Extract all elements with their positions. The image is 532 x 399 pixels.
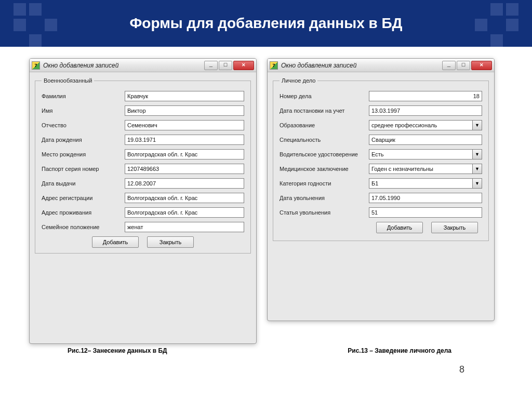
education-input[interactable] bbox=[369, 120, 473, 130]
slide-title: Формы для добавления данных в БД bbox=[129, 15, 402, 32]
page-number: 8 bbox=[459, 364, 464, 375]
groupbox-conscript: Военнообязанный Фамилия Имя Отчество Дат… bbox=[35, 77, 251, 254]
groupbox-personal-file: Личное дело Номер дела Дата постановки н… bbox=[273, 77, 489, 241]
window-add-record-2: 7 Окно добавления записей Личное дело Но… bbox=[267, 58, 495, 321]
name-label: Имя bbox=[42, 108, 125, 114]
medical-combobox[interactable]: ▼ bbox=[369, 164, 482, 174]
reg-date-input[interactable] bbox=[369, 105, 482, 116]
maximize-button[interactable] bbox=[457, 61, 470, 70]
group-legend: Личное дело bbox=[280, 77, 317, 84]
marital-label: Семейное положение bbox=[42, 224, 125, 230]
discharge-date-label: Дата увольнения bbox=[280, 195, 369, 201]
maximize-button[interactable] bbox=[219, 61, 232, 70]
name-input[interactable] bbox=[125, 105, 244, 116]
group-legend: Военнообязанный bbox=[42, 77, 94, 84]
live-addr-input[interactable] bbox=[125, 207, 244, 218]
issue-date-label: Дата выдачи bbox=[42, 180, 125, 187]
window-title: Окно добавления записей bbox=[281, 62, 442, 69]
decoration-left bbox=[14, 3, 57, 47]
surname-label: Фамилия bbox=[42, 93, 125, 99]
figure-caption-2: Рис.13 – Заведение личного дела bbox=[348, 347, 451, 354]
category-combobox[interactable]: ▼ bbox=[369, 178, 482, 189]
dropdown-arrow-icon[interactable]: ▼ bbox=[473, 149, 482, 159]
figure-caption-1: Рис.12– Занесение данных в БД bbox=[68, 347, 167, 354]
category-input[interactable] bbox=[369, 178, 473, 189]
education-label: Образование bbox=[280, 122, 369, 128]
license-input[interactable] bbox=[369, 149, 473, 159]
discharge-art-input[interactable] bbox=[369, 207, 482, 218]
birthplace-input[interactable] bbox=[125, 149, 244, 159]
window-add-record-1: 7 Окно добавления записей Военнообязанны… bbox=[29, 58, 257, 344]
window-title: Окно добавления записей bbox=[43, 62, 204, 69]
dob-label: Дата рождения bbox=[42, 137, 125, 143]
reg-date-label: Дата постановки на учет bbox=[280, 108, 369, 114]
minimize-button[interactable] bbox=[442, 61, 456, 70]
passport-label: Паспорт серия номер bbox=[42, 166, 125, 172]
minimize-button[interactable] bbox=[204, 61, 218, 70]
dob-input[interactable] bbox=[125, 135, 244, 145]
license-combobox[interactable]: ▼ bbox=[369, 149, 482, 159]
patronymic-label: Отчество bbox=[42, 122, 125, 128]
birthplace-label: Место рождения bbox=[42, 151, 125, 157]
add-button[interactable]: Добавить bbox=[92, 236, 139, 248]
close-form-button[interactable]: Закрыть bbox=[431, 222, 478, 233]
dropdown-arrow-icon[interactable]: ▼ bbox=[473, 164, 482, 174]
slide-content: 7 Окно добавления записей Военнообязанны… bbox=[0, 47, 532, 383]
medical-label: Медицинское заключение bbox=[280, 166, 369, 172]
reg-addr-label: Адрес регистрации bbox=[42, 195, 125, 201]
case-no-label: Номер дела bbox=[280, 93, 369, 99]
patronymic-input[interactable] bbox=[125, 120, 244, 130]
specialty-label: Специальность bbox=[280, 137, 369, 143]
close-button[interactable] bbox=[471, 61, 492, 70]
titlebar[interactable]: 7 Окно добавления записей bbox=[268, 59, 494, 72]
case-no-input[interactable] bbox=[369, 91, 482, 101]
specialty-input[interactable] bbox=[369, 135, 482, 145]
category-label: Категория годности bbox=[280, 180, 369, 187]
issue-date-input[interactable] bbox=[125, 178, 244, 189]
reg-addr-input[interactable] bbox=[125, 193, 244, 203]
close-button[interactable] bbox=[233, 61, 254, 70]
medical-input[interactable] bbox=[369, 164, 473, 174]
discharge-art-label: Статья увольнения bbox=[280, 209, 369, 216]
add-button[interactable]: Добавить bbox=[376, 222, 423, 233]
discharge-date-input[interactable] bbox=[369, 193, 482, 203]
app-icon: 7 bbox=[270, 61, 278, 70]
dropdown-arrow-icon[interactable]: ▼ bbox=[473, 120, 482, 130]
marital-input[interactable] bbox=[125, 222, 244, 232]
dropdown-arrow-icon[interactable]: ▼ bbox=[473, 178, 482, 189]
live-addr-label: Адрес проживания bbox=[42, 209, 125, 216]
license-label: Водительское удостоверение bbox=[280, 151, 369, 157]
surname-input[interactable] bbox=[125, 91, 244, 101]
decoration-right bbox=[475, 3, 518, 47]
titlebar[interactable]: 7 Окно добавления записей bbox=[30, 59, 256, 72]
app-icon: 7 bbox=[32, 61, 40, 70]
slide-header: Формы для добавления данных в БД bbox=[0, 0, 532, 47]
passport-input[interactable] bbox=[125, 164, 244, 174]
close-form-button[interactable]: Закрыть bbox=[147, 236, 194, 248]
education-combobox[interactable]: ▼ bbox=[369, 120, 482, 130]
